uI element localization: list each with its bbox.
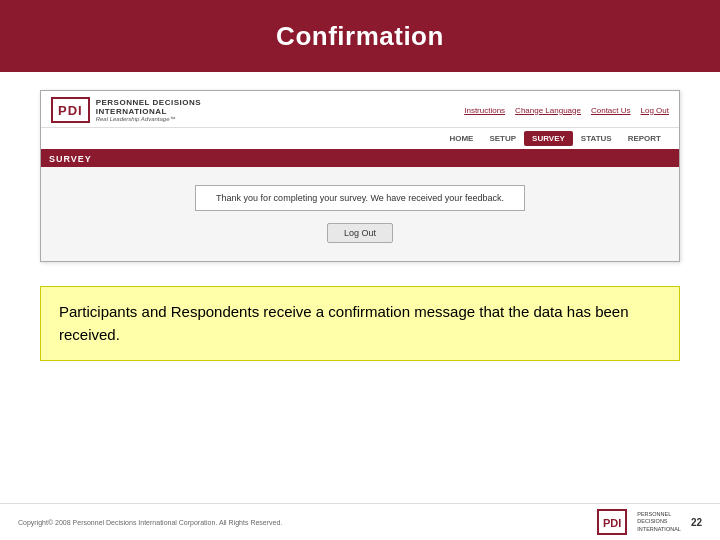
- pdi-logo-box: PDI: [51, 97, 90, 123]
- page-title: Confirmation: [276, 21, 444, 52]
- change-language-link[interactable]: Change Language: [515, 106, 581, 115]
- confirmation-message-text: Thank you for completing your survey. We…: [216, 193, 504, 203]
- instructions-link[interactable]: Instructions: [464, 106, 505, 115]
- page-footer: Copyright© 2008 Personnel Decisions Inte…: [0, 503, 720, 540]
- menu-survey[interactable]: SURVEY: [524, 131, 573, 146]
- pdi-company-info: Personnel Decisions International Real L…: [96, 98, 201, 122]
- footer-right: PDI PERSONNEL DECISIONS INTERNATIONAL 22: [597, 509, 702, 535]
- footer-copyright: Copyright© 2008 Personnel Decisions Inte…: [18, 519, 282, 526]
- contact-us-link[interactable]: Contact Us: [591, 106, 631, 115]
- pdi-tagline: Real Leadership Advantage™: [96, 116, 201, 122]
- footer-logo-box: PDI: [597, 509, 627, 535]
- description-text: Participants and Respondents receive a c…: [59, 303, 629, 343]
- menu-home[interactable]: HOME: [441, 131, 481, 146]
- main-content: PDI Personnel Decisions International Re…: [0, 72, 720, 272]
- pdi-company-name: Personnel Decisions International: [96, 98, 201, 116]
- browser-screenshot: PDI Personnel Decisions International Re…: [40, 90, 680, 262]
- pdi-logo-area: PDI Personnel Decisions International Re…: [51, 97, 201, 123]
- log-out-link[interactable]: Log Out: [641, 106, 669, 115]
- logout-button[interactable]: Log Out: [327, 223, 393, 243]
- footer-pdi-text: PERSONNEL DECISIONS INTERNATIONAL: [637, 511, 681, 532]
- description-box: Participants and Respondents receive a c…: [40, 286, 680, 361]
- menu-status[interactable]: STATUS: [573, 131, 620, 146]
- menu-setup[interactable]: SETUP: [481, 131, 524, 146]
- survey-bar: SURVEY: [41, 151, 679, 167]
- pdi-logo-letters: PDI: [58, 103, 83, 118]
- footer-logo-letters: PDI: [603, 517, 621, 529]
- pdi-topbar: PDI Personnel Decisions International Re…: [41, 91, 679, 128]
- survey-content: Thank you for completing your survey. We…: [41, 167, 679, 261]
- footer-page-number: 22: [691, 517, 702, 528]
- pdi-nav-links: Instructions Change Language Contact Us …: [464, 106, 669, 115]
- menu-report[interactable]: REPORT: [620, 131, 669, 146]
- confirmation-message-box: Thank you for completing your survey. We…: [195, 185, 525, 211]
- page-header: Confirmation: [0, 0, 720, 72]
- pdi-menubar: HOME SETUP SURVEY STATUS REPORT: [41, 128, 679, 151]
